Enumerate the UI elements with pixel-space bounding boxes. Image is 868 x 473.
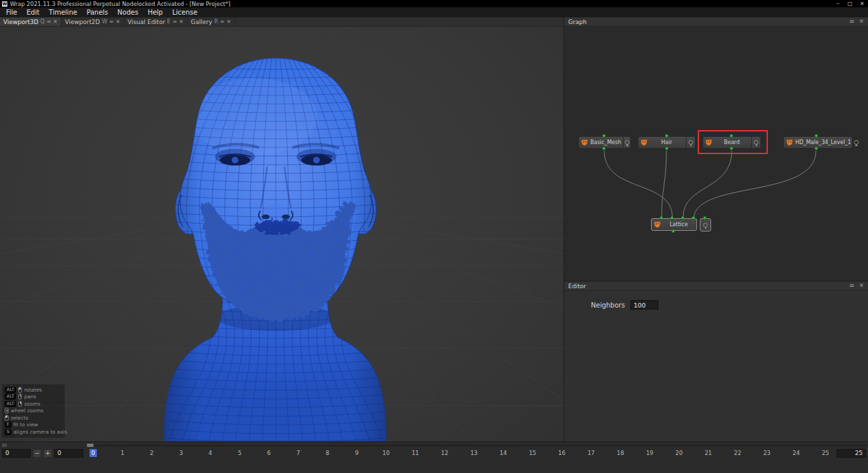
tab-menu-icon[interactable]: ≡ <box>220 19 224 25</box>
timeline-tick[interactable]: 21 <box>704 449 712 457</box>
port[interactable] <box>703 216 706 219</box>
f-key-badge: F <box>5 422 11 428</box>
timeline-tick[interactable]: 1 <box>119 449 126 457</box>
port[interactable] <box>815 147 818 150</box>
timeline-tick[interactable]: 15 <box>529 449 536 457</box>
timeline-tick[interactable]: 17 <box>588 449 595 457</box>
timeline-tick[interactable]: 5 <box>236 449 243 457</box>
timeline-tick[interactable]: 6 <box>265 449 272 457</box>
timeline-tick[interactable]: 10 <box>383 449 390 457</box>
timeline-tick[interactable]: 22 <box>734 449 741 457</box>
tab-viewport2d[interactable]: Viewport2D W ≡ ✕ <box>61 17 124 26</box>
close-icon[interactable]: ✕ <box>856 0 868 7</box>
port[interactable] <box>681 216 684 219</box>
timeline-range-slider[interactable] <box>0 442 868 448</box>
slider-start-nub[interactable] <box>2 444 7 447</box>
visibility-toggle[interactable] <box>751 137 761 148</box>
menu-item[interactable]: Help <box>143 7 168 17</box>
tab-menu-icon[interactable]: ≡ <box>47 19 51 25</box>
port[interactable] <box>815 134 818 137</box>
maximize-icon[interactable]: □ <box>844 0 856 7</box>
port[interactable] <box>602 134 606 137</box>
timeline-tick[interactable]: 25 <box>822 449 829 457</box>
menu-item[interactable]: Edit <box>22 7 44 17</box>
panel-menu-icon[interactable]: ≡ <box>849 283 855 289</box>
node-hd-male[interactable]: HD_Male_34_Level_1 <box>783 136 853 149</box>
port[interactable] <box>665 134 668 137</box>
tab-gallery[interactable]: Gallery R ≡ ✕ <box>188 17 235 26</box>
mesh-mask-icon <box>786 139 793 146</box>
timeline-tick[interactable]: 11 <box>412 449 419 457</box>
hint-label: wheel zooms <box>11 408 43 414</box>
menu-item[interactable]: Timeline <box>44 7 82 17</box>
viewport-3d[interactable]: ALT rotates ALT pans ALT zooms wheel zoo… <box>0 27 564 442</box>
port[interactable] <box>672 229 675 233</box>
slider-handle[interactable] <box>87 444 93 447</box>
menu-item[interactable]: License <box>168 7 202 17</box>
timeline-tick[interactable]: 9 <box>353 449 361 457</box>
menu-item[interactable]: Nodes <box>113 7 143 17</box>
visibility-toggle[interactable] <box>686 137 695 148</box>
timeline-tick[interactable]: 12 <box>441 449 449 457</box>
timeline-tick[interactable]: 13 <box>470 449 477 457</box>
tab-close-icon[interactable]: ✕ <box>179 19 184 25</box>
frame-ruler[interactable]: 0123456789101112131415161718192021222324… <box>89 449 829 457</box>
tab-close-icon[interactable]: ✕ <box>53 19 57 25</box>
hint-label: selects <box>11 415 28 421</box>
port[interactable] <box>730 147 733 150</box>
bulb-icon <box>625 140 630 145</box>
timeline-tick[interactable]: 0 <box>89 449 97 457</box>
panel-menu-icon[interactable]: ≡ <box>849 19 855 25</box>
visibility-toggle[interactable] <box>853 137 859 148</box>
node-graph[interactable]: Basic_Mesh Hair Beard <box>564 27 868 282</box>
timeline-tick[interactable]: 23 <box>763 449 771 457</box>
node-label: Lattice <box>661 221 696 227</box>
timeline-tick[interactable]: 20 <box>676 449 683 457</box>
timeline-tick[interactable]: 19 <box>646 449 654 457</box>
node-graph-edges <box>564 27 868 282</box>
tab-menu-icon[interactable]: ≡ <box>172 19 177 25</box>
frame-increment-button[interactable]: + <box>43 449 52 458</box>
timeline-tick[interactable]: 2 <box>148 449 156 457</box>
timeline-tick[interactable]: 14 <box>499 449 507 457</box>
timeline-tick[interactable]: 24 <box>793 449 800 457</box>
menu-item[interactable]: File <box>1 7 22 17</box>
panel-close-icon[interactable]: ✕ <box>859 19 864 25</box>
lattice-visibility-toggle[interactable] <box>700 218 711 231</box>
alt-key-badge: ALT <box>5 401 16 407</box>
menu-item[interactable]: Panels <box>82 7 113 17</box>
timeline-tick[interactable]: 7 <box>294 449 302 457</box>
neighbors-input[interactable] <box>630 300 658 310</box>
minimize-icon[interactable]: – <box>832 0 844 7</box>
tab-viewport3d[interactable]: Viewport3D Q ≡ ✕ <box>0 17 61 26</box>
neighbors-label: Neighbors <box>591 302 625 309</box>
visibility-toggle[interactable] <box>623 137 630 148</box>
tab-menu-icon[interactable]: ≡ <box>110 19 114 25</box>
bulb-icon <box>688 140 693 145</box>
timeline-tick[interactable]: 16 <box>558 449 566 457</box>
port[interactable] <box>602 147 606 150</box>
tab-close-icon[interactable]: ✕ <box>226 19 231 25</box>
tab-visual-editor[interactable]: Visual Editor E ≡ ✕ <box>124 17 188 26</box>
node-label: HD_Male_34_Level_1 <box>793 139 853 145</box>
panel-close-icon[interactable]: ✕ <box>859 283 864 289</box>
port[interactable] <box>692 216 695 219</box>
frame-decrement-button[interactable]: − <box>33 449 41 458</box>
port[interactable] <box>660 216 663 219</box>
node-lattice[interactable]: Lattice <box>651 218 697 231</box>
timeline-tick[interactable]: 4 <box>207 449 214 457</box>
port[interactable] <box>670 216 674 219</box>
range-end-input[interactable] <box>837 449 866 458</box>
timeline-tick[interactable]: 8 <box>324 449 331 457</box>
bulb-icon <box>703 223 708 227</box>
range-start-input[interactable] <box>2 449 31 458</box>
editor-panel-title: Editor <box>568 283 586 290</box>
mouse-left-icon <box>5 415 9 421</box>
port[interactable] <box>665 147 668 150</box>
tab-close-icon[interactable]: ✕ <box>116 19 120 25</box>
timeline-tick[interactable]: 3 <box>178 449 185 457</box>
tab-shortcut: R <box>214 19 218 25</box>
current-frame-input[interactable] <box>54 449 83 458</box>
port[interactable] <box>730 134 733 137</box>
timeline-tick[interactable]: 18 <box>617 449 624 457</box>
